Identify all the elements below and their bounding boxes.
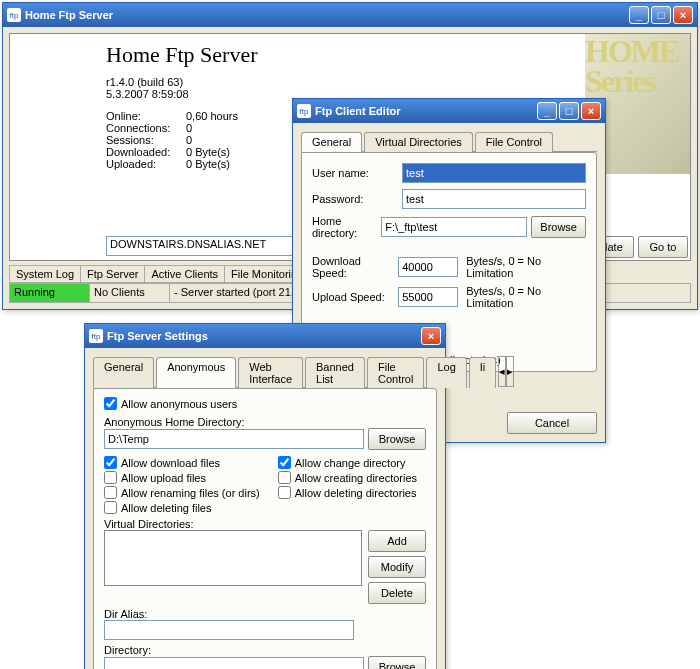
anon-home-input[interactable] <box>104 429 364 449</box>
minimize-button[interactable]: _ <box>537 102 557 120</box>
uploaded-value: 0 Byte(s) <box>186 158 230 170</box>
allow-changedir-check[interactable]: Allow change directory <box>278 456 406 469</box>
app-icon: ftp <box>89 329 103 343</box>
connections-label: Connections: <box>106 122 186 134</box>
close-button[interactable]: × <box>421 327 441 345</box>
tab-file-control[interactable]: File Control <box>475 132 553 152</box>
ulspeed-label: Upload Speed: <box>312 291 398 303</box>
modify-button[interactable]: Modify <box>368 556 426 578</box>
allow-createdir-check[interactable]: Allow creating directories <box>278 471 417 484</box>
uploaded-label: Uploaded: <box>106 158 186 170</box>
dlspeed-input[interactable] <box>398 257 458 277</box>
tab-active-clients[interactable]: Active Clients <box>144 265 225 283</box>
app-icon: ftp <box>7 8 21 22</box>
main-titlebar[interactable]: ftp Home Ftp Server _ □ × <box>3 3 697 27</box>
password-input[interactable] <box>402 189 586 209</box>
settings-title: Ftp Server Settings <box>107 330 421 342</box>
tab-general[interactable]: General <box>93 357 154 388</box>
close-button[interactable]: × <box>581 102 601 120</box>
diralias-label: Dir Alias: <box>104 608 426 620</box>
tab-anonymous[interactable]: Anonymous <box>156 357 236 388</box>
minimize-button[interactable]: _ <box>629 6 649 24</box>
tab-more[interactable]: Ii <box>469 357 497 388</box>
allow-deldir-check[interactable]: Allow deleting directories <box>278 486 417 499</box>
app-icon: ftp <box>297 104 311 118</box>
tab-web-interface[interactable]: Web Interface <box>238 357 303 388</box>
main-title: Home Ftp Server <box>25 9 629 21</box>
tab-file-control[interactable]: File Control <box>367 357 424 388</box>
tab-scroll-left-button[interactable]: ◂ <box>498 356 506 387</box>
vdir-label: Virtual Directories: <box>104 518 426 530</box>
dir-input[interactable] <box>104 657 364 669</box>
homedir-label: Home directory: <box>312 215 381 239</box>
editor-title: Ftp Client Editor <box>315 105 537 117</box>
allow-delete-check[interactable]: Allow deleting files <box>104 501 212 514</box>
goto-button[interactable]: Go to <box>638 236 688 258</box>
allow-download-check[interactable]: Allow download files <box>104 456 220 469</box>
tab-general[interactable]: General <box>301 132 362 152</box>
dlspeed-note: Bytes/s, 0 = No Limitation <box>466 255 586 279</box>
ulspeed-input[interactable] <box>398 287 458 307</box>
password-label: Password: <box>312 193 402 205</box>
editor-titlebar[interactable]: ftp Ftp Client Editor _ □ × <box>293 99 605 123</box>
tab-system-log[interactable]: System Log <box>9 265 81 283</box>
dlspeed-label: Download Speed: <box>312 255 398 279</box>
tab-ftp-server[interactable]: Ftp Server <box>80 265 145 283</box>
ulspeed-note: Bytes/s, 0 = No Limitation <box>466 285 586 309</box>
cancel-button[interactable]: Cancel <box>507 412 597 434</box>
status-clients: No Clients <box>90 284 170 302</box>
diralias-input[interactable] <box>104 620 354 640</box>
close-button[interactable]: × <box>673 6 693 24</box>
username-input[interactable] <box>402 163 586 183</box>
sessions-label: Sessions: <box>106 134 186 146</box>
anon-home-label: Anonymous Home Directory: <box>104 416 426 428</box>
allow-upload-check[interactable]: Allow upload files <box>104 471 206 484</box>
tab-log[interactable]: Log <box>426 357 466 388</box>
tab-banned-list[interactable]: Banned List <box>305 357 365 388</box>
vdir-listbox[interactable] <box>104 530 362 586</box>
homedir-input[interactable] <box>381 217 527 237</box>
status-running: Running <box>10 284 90 302</box>
online-label: Online: <box>106 110 186 122</box>
delete-button[interactable]: Delete <box>368 582 426 604</box>
browse-button-2[interactable]: Browse <box>368 656 426 669</box>
maximize-button[interactable]: □ <box>651 6 671 24</box>
tab-virtual-directories[interactable]: Virtual Directories <box>364 132 473 152</box>
tab-scroll-right-button[interactable]: ▸ <box>506 356 514 387</box>
online-value: 0,60 hours <box>186 110 238 122</box>
browse-button[interactable]: Browse <box>368 428 426 450</box>
dir-label: Directory: <box>104 644 426 656</box>
add-button[interactable]: Add <box>368 530 426 552</box>
sessions-value: 0 <box>186 134 192 146</box>
connections-value: 0 <box>186 122 192 134</box>
downloaded-value: 0 Byte(s) <box>186 146 230 158</box>
maximize-button[interactable]: □ <box>559 102 579 120</box>
downloaded-label: Downloaded: <box>106 146 186 158</box>
settings-titlebar[interactable]: ftp Ftp Server Settings × <box>85 324 445 348</box>
browse-button[interactable]: Browse <box>531 216 586 238</box>
username-label: User name: <box>312 167 402 179</box>
server-settings-window: ftp Ftp Server Settings × General Anonym… <box>84 323 446 669</box>
allow-rename-check[interactable]: Allow renaming files (or dirs) <box>104 486 260 499</box>
allow-anon-check[interactable]: Allow anonymous users <box>104 397 237 410</box>
